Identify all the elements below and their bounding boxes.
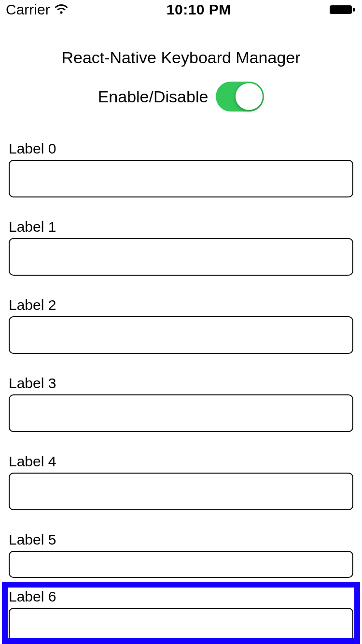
status-time: 10:10 PM xyxy=(167,1,231,18)
field-label: Label 0 xyxy=(9,140,353,157)
field-4: Label 4 xyxy=(9,453,353,510)
field-input-3[interactable] xyxy=(9,394,353,432)
status-left: Carrier xyxy=(6,1,69,18)
field-label: Label 1 xyxy=(9,219,353,235)
form: Label 0 Label 1 Label 2 Label 3 Label 4 … xyxy=(0,140,362,644)
field-label: Label 2 xyxy=(9,297,353,313)
field-input-0[interactable] xyxy=(9,160,353,197)
svg-rect-1 xyxy=(353,8,355,12)
battery-icon xyxy=(329,4,356,15)
field-6: Label 6 xyxy=(9,588,353,644)
field-3: Label 3 xyxy=(9,375,353,432)
field-input-5[interactable] xyxy=(9,551,353,578)
field-5: Label 5 xyxy=(9,532,353,578)
status-bar: Carrier 10:10 PM xyxy=(0,0,362,19)
field-input-6[interactable] xyxy=(9,608,353,644)
field-0: Label 0 xyxy=(9,140,353,197)
field-input-4[interactable] xyxy=(9,473,353,510)
toggle-label: Enable/Disable xyxy=(98,87,209,106)
field-label: Label 4 xyxy=(9,453,353,470)
page-title: React-Native Keyboard Manager xyxy=(0,48,362,67)
field-2: Label 2 xyxy=(9,297,353,354)
enable-toggle[interactable] xyxy=(216,82,264,112)
toggle-row: Enable/Disable xyxy=(0,82,362,112)
header: React-Native Keyboard Manager Enable/Dis… xyxy=(0,48,362,112)
field-input-2[interactable] xyxy=(9,316,353,354)
wifi-icon xyxy=(54,4,69,15)
field-input-1[interactable] xyxy=(9,238,353,276)
toggle-knob xyxy=(236,83,263,110)
field-label: Label 5 xyxy=(9,532,353,548)
field-1: Label 1 xyxy=(9,219,353,276)
status-right xyxy=(329,4,356,15)
field-label: Label 3 xyxy=(9,375,353,392)
field-label: Label 6 xyxy=(9,588,353,605)
svg-rect-0 xyxy=(330,5,352,14)
carrier-label: Carrier xyxy=(6,1,50,18)
